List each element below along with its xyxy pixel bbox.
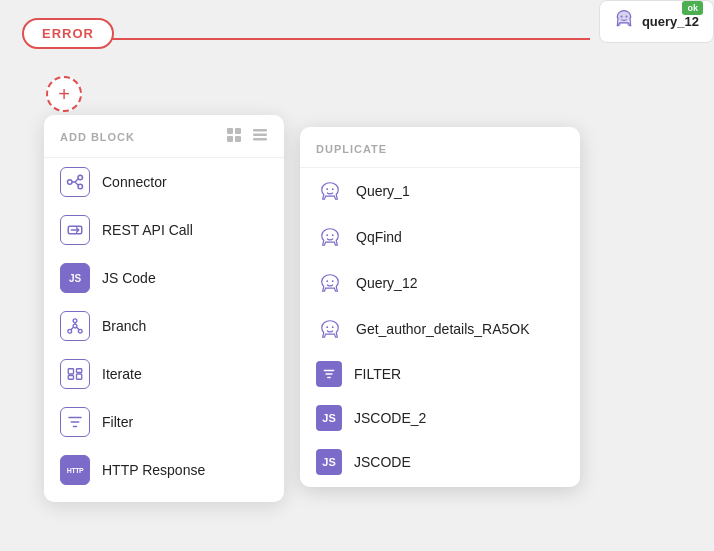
svg-rect-4 [227,136,233,142]
dup-item-get-author[interactable]: Get_author_details_RA5OK [300,306,580,352]
iterate-label: Iterate [102,366,142,382]
connector-line [100,38,590,40]
dup-item-jscode2[interactable]: JS JSCODE_2 [300,396,580,440]
block-item-filter[interactable]: Filter [44,398,284,446]
error-node[interactable]: ERROR [22,18,114,49]
http-response-icon: HTTP [60,455,90,485]
svg-rect-6 [253,129,267,132]
plus-icon: + [58,83,70,106]
iterate-icon [60,359,90,389]
js-jscode-icon: JS [316,449,342,475]
svg-point-1 [625,16,627,18]
svg-point-22 [332,188,334,190]
add-block-actions [226,127,268,147]
duplicate-title: DUPLICATE [316,143,387,155]
block-item-branch[interactable]: Branch [44,302,284,350]
js-code-label: JS Code [102,270,156,286]
add-block-header: ADD BLOCK [44,115,284,158]
dup-jscode-label: JSCODE [354,454,411,470]
dup-item-qqfind[interactable]: QqFind [300,214,580,260]
svg-point-21 [326,188,328,190]
branch-icon [60,311,90,341]
grid-icon[interactable] [226,127,242,147]
rest-api-label: REST API Call [102,222,193,238]
svg-rect-18 [68,376,73,380]
dup-get-author-label: Get_author_details_RA5OK [356,321,530,337]
mysql-get-author-icon [316,315,344,343]
filter-label: Filter [102,414,133,430]
svg-point-25 [326,280,328,282]
list-icon[interactable] [252,127,268,147]
svg-rect-17 [68,369,73,374]
filter-icon [60,407,90,437]
duplicate-panel: DUPLICATE Query_1 QqFind [300,127,580,487]
block-item-iterate[interactable]: Iterate [44,350,284,398]
dup-query12-label: Query_12 [356,275,417,291]
branch-label: Branch [102,318,146,334]
dup-item-jscode[interactable]: JS JSCODE [300,440,580,484]
svg-point-24 [332,234,334,236]
http-response-label: HTTP Response [102,462,205,478]
filter-dup-icon [316,361,342,387]
block-item-http-response[interactable]: HTTP HTTP Response [44,446,284,494]
svg-rect-20 [77,374,82,379]
rest-api-icon [60,215,90,245]
plus-button[interactable]: + [46,76,82,112]
svg-point-0 [620,16,622,18]
svg-point-26 [332,280,334,282]
svg-point-13 [73,319,77,323]
block-item-js-code[interactable]: JS JS Code [44,254,284,302]
js-jscode2-icon: JS [316,405,342,431]
query-node-label: query_12 [642,14,699,29]
svg-rect-5 [235,136,241,142]
svg-point-23 [326,234,328,236]
dup-item-jscode3[interactable]: JS JSCODE_3 [300,484,580,487]
svg-rect-7 [253,134,267,137]
query-node[interactable]: ok query_12 [599,0,714,43]
dup-query1-label: Query_1 [356,183,410,199]
mysql-query1-icon [316,177,344,205]
svg-rect-2 [227,128,233,134]
mysql-qqfind-icon [316,223,344,251]
query-badge: ok [682,1,703,15]
block-item-connector[interactable]: Connector [44,158,284,206]
duplicate-header: DUPLICATE [300,127,580,168]
connector-label: Connector [102,174,167,190]
add-block-title: ADD BLOCK [60,131,135,143]
dup-jscode2-label: JSCODE_2 [354,410,426,426]
svg-point-28 [332,326,334,328]
connector-icon [60,167,90,197]
error-label: ERROR [42,26,94,41]
dup-item-query1[interactable]: Query_1 [300,168,580,214]
add-block-panel: ADD BLOCK [44,115,284,502]
js-code-icon: JS [60,263,90,293]
svg-rect-19 [77,369,82,373]
mysql-query12-icon [316,269,344,297]
svg-rect-8 [253,138,267,141]
dup-qqfind-label: QqFind [356,229,402,245]
block-item-rest-api[interactable]: REST API Call [44,206,284,254]
svg-point-27 [326,326,328,328]
svg-rect-3 [235,128,241,134]
svg-point-16 [73,324,77,328]
svg-point-9 [68,180,73,185]
dup-item-query12[interactable]: Query_12 [300,260,580,306]
dup-filter-label: FILTER [354,366,401,382]
dup-item-filter[interactable]: FILTER [300,352,580,396]
mysql-icon [614,9,634,34]
